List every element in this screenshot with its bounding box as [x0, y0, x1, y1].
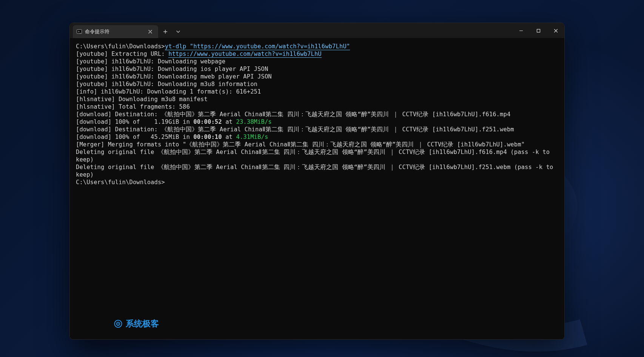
tab-title: 命令提示符 — [85, 29, 143, 35]
download-rate: 4.31MiB/s — [236, 134, 268, 140]
terminal-window: >_ 命令提示符 — [69, 23, 565, 340]
minimize-button[interactable] — [512, 23, 530, 38]
terminal-line: Deleting original file 《航拍中国》第二季 Aerial … — [76, 148, 558, 163]
titlebar[interactable]: >_ 命令提示符 — [70, 23, 564, 38]
terminal-line: [Merger] Merging formats into "《航拍中国》第二季… — [76, 141, 558, 148]
elapsed-time: 00:00:10 — [193, 134, 222, 140]
tab-cmd[interactable]: >_ 命令提示符 — [73, 25, 158, 38]
maximize-button[interactable] — [530, 23, 547, 38]
terminal-line: [download] Destination: 《航拍中国》第二季 Aerial… — [76, 111, 558, 118]
url-text: https://www.youtube.com/watch?v=ih1l6wb7… — [168, 51, 322, 58]
svg-text:>_: >_ — [78, 30, 82, 33]
new-tab-button[interactable] — [160, 26, 171, 37]
terminal-line: [hlsnative] Downloading m3u8 manifest — [76, 95, 558, 103]
svg-rect-2 — [537, 29, 540, 32]
elapsed-time: 00:00:52 — [193, 118, 222, 125]
terminal-line: [youtube] ih1l6wb7LhU: Downloading mweb … — [76, 73, 558, 80]
terminal-line: [download] Destination: 《航拍中国》第二季 Aerial… — [76, 126, 558, 133]
tabstrip: >_ 命令提示符 — [70, 23, 512, 38]
prompt-line: C:\Users\fulin\Downloads>yt-dlp "https:/… — [76, 43, 558, 50]
close-button[interactable] — [547, 23, 564, 38]
terminal-line: [youtube] ih1l6wb7LhU: Downloading webpa… — [76, 58, 558, 65]
prompt-line[interactable]: C:\Users\fulin\Downloads> — [76, 178, 558, 186]
terminal-line: [youtube] Extracting URL: https://www.yo… — [76, 50, 558, 58]
svg-point-5 — [117, 323, 119, 324]
terminal-line: [youtube] ih1l6wb7LhU: Downloading ios p… — [76, 65, 558, 73]
watermark: 系统极客 — [114, 318, 159, 329]
terminal-line: [download] 100% of 1.19GiB in 00:00:52 a… — [76, 118, 558, 126]
svg-point-4 — [117, 322, 120, 325]
terminal-line: [hlsnative] Total fragments: 586 — [76, 103, 558, 111]
watermark-text: 系统极客 — [126, 318, 159, 329]
terminal-line: [info] ih1l6wb7LhU: Downloading 1 format… — [76, 88, 558, 95]
typed-command: yt-dlp "https://www.youtube.com/watch?v=… — [165, 43, 350, 50]
terminal-line: Deleting original file 《航拍中国》第二季 Aerial … — [76, 163, 558, 178]
svg-point-3 — [115, 320, 122, 328]
cmd-app-icon: >_ — [77, 29, 82, 34]
download-rate: 23.38MiB/s — [236, 118, 271, 125]
terminal-viewport[interactable]: C:\Users\fulin\Downloads>yt-dlp "https:/… — [70, 38, 564, 339]
tab-close-button[interactable] — [146, 28, 154, 36]
tab-dropdown-button[interactable] — [173, 26, 184, 37]
terminal-line: [youtube] ih1l6wb7LhU: Downloading m3u8 … — [76, 80, 558, 88]
desktop-background: >_ 命令提示符 — [0, 0, 644, 357]
terminal-line: [download] 100% of 45.25MiB in 00:00:10 … — [76, 133, 558, 141]
terminal-output[interactable]: C:\Users\fulin\Downloads>yt-dlp "https:/… — [70, 38, 564, 192]
window-controls — [512, 23, 564, 38]
watermark-logo-icon — [114, 319, 123, 328]
